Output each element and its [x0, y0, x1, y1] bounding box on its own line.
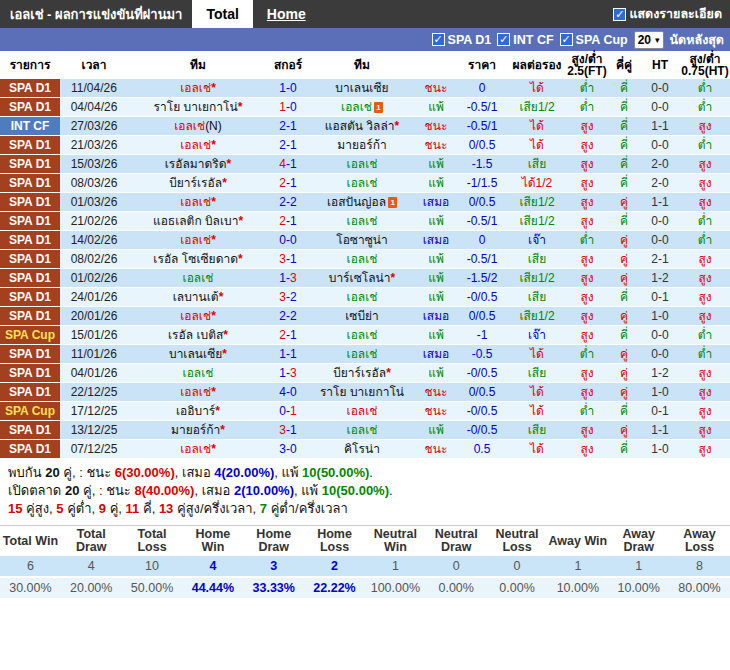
ou-ht-text: สูง	[698, 176, 711, 190]
score-cell: 3-1	[268, 421, 308, 440]
odd-even-text: คู่	[620, 271, 628, 285]
ou-ht-text: ต่ำ	[698, 138, 713, 152]
date-cell: 27/03/26	[60, 117, 128, 136]
match-row: SPA D121/02/26แอธเลติก บิลเบา*2-1เอลเช่แ…	[0, 212, 730, 231]
ou-ht-cell: ต่ำ	[680, 212, 730, 231]
away-team-cell: แอสตัน วิลล่า*	[308, 117, 416, 136]
handicap-result-cell: ได้1/2	[508, 174, 566, 193]
away-team-cell: เอลเช่	[308, 174, 416, 193]
stats-header-away-draw: Away Draw	[608, 526, 669, 557]
away-team-cell: เอลเช่	[308, 421, 416, 440]
result-cell: ชนะ	[416, 79, 456, 98]
odds-cell: 0/0.5	[456, 383, 508, 402]
team-name: บาเลนเซีย	[335, 81, 388, 95]
home-team-cell: ราโย บาเยกาโน่*	[128, 98, 268, 117]
league-cell: SPA D1	[0, 79, 60, 98]
handicap-result-cell: เสีย1/2	[508, 212, 566, 231]
summary-segment: คู่สูง,	[22, 501, 56, 516]
col-header-odd-even: คี่คู่	[608, 51, 640, 79]
tab-home[interactable]: Home	[253, 0, 320, 28]
result-cell: ชนะ	[416, 402, 456, 421]
filter-spa-d1[interactable]: ✓ SPA D1	[432, 33, 492, 47]
match-count-select[interactable]: 20 ▾	[634, 31, 664, 49]
odds-cell: -0.5/1	[456, 250, 508, 269]
ht-score-cell: 0-0	[640, 231, 680, 250]
date-cell: 21/03/26	[60, 136, 128, 155]
ou-ft-text: สูง	[580, 290, 593, 304]
show-details-toggle[interactable]: ✓ แสดงรายละเอียด	[605, 0, 730, 28]
team-name: เอลเช่	[180, 385, 211, 399]
home-team-cell: เอลเช่	[128, 269, 268, 288]
summary-segment: , แพ้	[274, 465, 302, 480]
team-name: เอลเช่	[174, 119, 205, 133]
match-row: SPA D108/03/26บียาร์เรอัล*2-1เอลเช่แพ้-1…	[0, 174, 730, 193]
away-team-cell: มายอร์ก้า	[308, 136, 416, 155]
odd-even-text: คู่	[620, 252, 628, 266]
result-cell: แพ้	[416, 174, 456, 193]
away-score: 0	[290, 385, 297, 399]
ou-ft-cell: สูง	[566, 155, 608, 174]
odd-even-cell: คี่	[608, 288, 640, 307]
odds-cell: -1	[456, 326, 508, 345]
summary-segment: .	[389, 483, 393, 498]
league-cell: SPA D1	[0, 193, 60, 212]
stats-header-total-draw: Total Draw	[61, 526, 122, 557]
tab-total[interactable]: Total	[192, 0, 252, 28]
odd-even-text: คี่	[620, 442, 628, 456]
ou-ht-cell: สูง	[680, 364, 730, 383]
home-score: 2	[279, 119, 286, 133]
team-name: บาเลนเซีย	[169, 347, 222, 361]
odds-cell: 0	[456, 79, 508, 98]
odd-even-cell: คู่	[608, 421, 640, 440]
filter-spa-cup[interactable]: ✓ SPA Cup	[560, 33, 628, 47]
stats-count-cell: 2	[304, 556, 365, 577]
result-text: เสมอ	[423, 233, 450, 247]
odds-cell: -0/0.5	[456, 288, 508, 307]
match-count-value: 20	[638, 33, 651, 47]
handicap-result-cell: ได้	[508, 136, 566, 155]
home-side-star: *	[220, 423, 225, 437]
team-name: เอลเช่	[347, 157, 378, 171]
away-team-cell: เอลเช่	[308, 345, 416, 364]
filter-int-cf[interactable]: ✓ INT CF	[497, 33, 553, 47]
date-cell: 21/02/26	[60, 212, 128, 231]
home-score: 2	[279, 214, 286, 228]
match-row: SPA D122/12/25เอลเช่*4-0ราโย บาเยกาโน่ชน…	[0, 383, 730, 402]
ou-ht-cell: ต่ำ	[680, 136, 730, 155]
result-cell: เสมอ	[416, 345, 456, 364]
ou-ht-text: สูง	[698, 423, 711, 437]
away-team-cell: บียาร์เรอัล*	[308, 364, 416, 383]
odds-cell: 0/0.5	[456, 136, 508, 155]
odd-even-text: คู่	[620, 385, 628, 399]
col-header-ou-ft: สูง/ต่ำ 2.5(FT)	[566, 51, 608, 79]
odd-even-text: คี่	[620, 100, 628, 114]
home-side-star: *	[223, 328, 228, 342]
chevron-down-icon: ▾	[655, 35, 660, 45]
matches-label: นัดหลังสุด	[670, 30, 724, 50]
stats-percent-cell: 30.00%	[0, 577, 61, 598]
date-cell: 07/12/25	[60, 440, 128, 459]
away-score: 0	[290, 233, 297, 247]
ht-score-cell: 0-0	[640, 326, 680, 345]
ou-ft-text: สูง	[580, 442, 593, 456]
odd-even-cell: คี่	[608, 440, 640, 459]
team-name: เอลเช่	[341, 100, 372, 114]
handicap-result-text: ได้	[530, 442, 544, 456]
team-name: เอลเช่	[347, 423, 378, 437]
score-cell: 0-0	[268, 231, 308, 250]
home-side-star: *	[386, 366, 391, 380]
ou-ht-cell: ต่ำ	[680, 79, 730, 98]
ou-ht-text: สูง	[698, 252, 711, 266]
away-score: 1	[290, 252, 297, 266]
handicap-result-text: เจ๊า	[528, 233, 546, 247]
ou-ht-text: สูง	[698, 290, 711, 304]
ou-ht-text: สูง	[698, 366, 711, 380]
checkbox-checked-icon: ✓	[432, 33, 445, 46]
result-cell: แพ้	[416, 250, 456, 269]
stats-header-neutral-draw: Neutral Draw	[426, 526, 487, 557]
team-name: เอลเช่	[183, 271, 214, 285]
away-score: 2	[290, 290, 297, 304]
ou-ft-text: สูง	[580, 385, 593, 399]
league-cell: SPA D1	[0, 231, 60, 250]
league-cell: SPA Cup	[0, 402, 60, 421]
